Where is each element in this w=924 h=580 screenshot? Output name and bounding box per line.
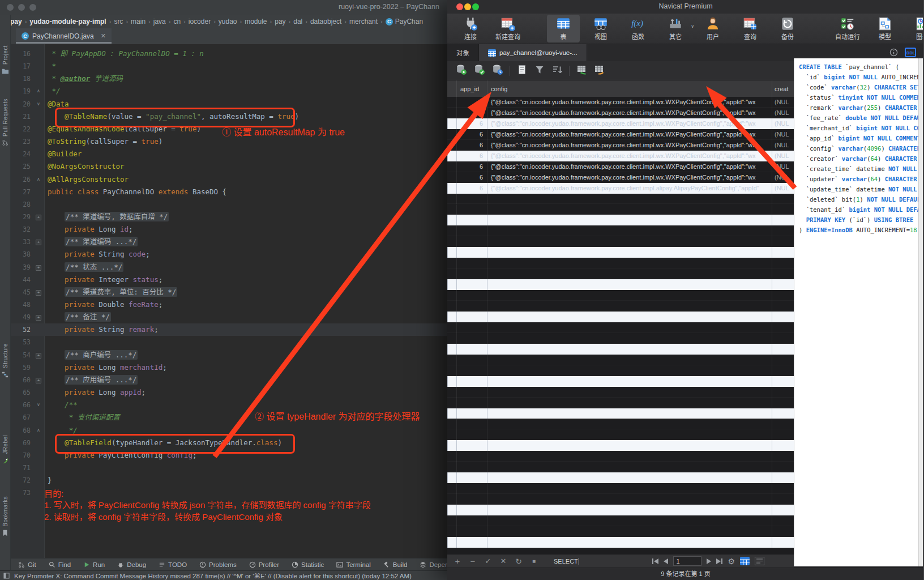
navicat-toolbar-新建查询[interactable]: 新建查询 [491, 15, 524, 42]
cell-config[interactable] [487, 429, 772, 440]
code-line[interactable]: 33+ /** 渠道编码 ...*/ [10, 236, 447, 248]
cell-config[interactable] [487, 194, 772, 204]
breadcrumb-item[interactable]: pay [275, 18, 285, 25]
cell-config[interactable] [487, 537, 772, 548]
first-page-button[interactable] [652, 558, 658, 564]
toolwindow-jrebel[interactable]: JRebel [0, 435, 10, 464]
cell-app-id[interactable] [456, 268, 487, 279]
row-selector[interactable] [447, 268, 456, 279]
cell-config[interactable]: {"@class":"cn.iocoder.yudao.framework.pa… [487, 97, 772, 108]
cell-config[interactable] [487, 408, 772, 419]
tool-button-terminal[interactable]: Terminal [336, 561, 370, 568]
cell-app-id[interactable] [456, 429, 487, 440]
cell-config[interactable] [487, 301, 772, 312]
grid-view-icon[interactable] [740, 557, 750, 565]
table-row[interactable] [447, 526, 794, 537]
cell-config[interactable]: {"@class":"cn.iocoder.yudao.framework.pa… [487, 183, 772, 194]
cell-create-time[interactable]: (NUL [772, 140, 794, 151]
cell-create-time[interactable] [772, 258, 794, 268]
row-selector[interactable] [447, 398, 456, 408]
cell-app-id[interactable] [456, 419, 487, 430]
toolwindow-structure[interactable]: Structure [0, 343, 10, 378]
fold-marker-icon[interactable]: + [36, 265, 41, 271]
cell-app-id[interactable] [456, 333, 487, 344]
table-row[interactable] [447, 365, 794, 376]
discard-changes-button[interactable]: ✕ [500, 557, 507, 565]
tool-button-find[interactable]: Find [49, 561, 71, 568]
row-selector[interactable] [447, 419, 456, 430]
navicat-toolbar-函数[interactable]: f(x)函数 [622, 15, 654, 42]
row-selector[interactable] [447, 247, 456, 258]
table-row[interactable] [447, 387, 794, 398]
cell-config[interactable] [487, 322, 772, 333]
cell-create-time[interactable] [772, 408, 794, 419]
cell-app-id[interactable] [456, 365, 487, 376]
tool-button-git[interactable]: Git [18, 561, 36, 568]
table-row[interactable] [447, 451, 794, 462]
row-selector[interactable] [447, 290, 456, 301]
fold-marker-icon[interactable]: ∨ [35, 399, 42, 411]
breadcrumb-item[interactable]: yudao-module-pay-impl [29, 18, 106, 25]
grid-export-icon[interactable] [593, 64, 605, 78]
cell-app-id[interactable] [456, 322, 487, 333]
cell-config[interactable] [487, 526, 772, 537]
cell-app-id[interactable] [456, 247, 487, 258]
cell-app-id[interactable] [456, 494, 487, 505]
code-line[interactable]: 66∨ /** [10, 399, 447, 411]
table-row[interactable]: 6{"@class":"cn.iocoder.yudao.framework.p… [447, 108, 794, 118]
db-play-icon[interactable] [455, 63, 467, 78]
code-line[interactable]: 39+ /** 状态 ...*/ [10, 261, 447, 274]
cell-config[interactable] [487, 494, 772, 505]
breadcrumb-item[interactable]: cn [173, 18, 181, 25]
row-selector[interactable] [447, 472, 456, 483]
cell-app-id[interactable] [456, 236, 487, 247]
cell-app-id[interactable] [456, 515, 487, 526]
table-row[interactable]: 6{"@class":"cn.iocoder.yudao.framework.p… [447, 151, 794, 161]
code-line[interactable]: 23@ToString(callSuper = true) [10, 135, 447, 148]
breadcrumb-item[interactable]: iocoder [189, 18, 211, 25]
cell-config[interactable] [487, 215, 772, 225]
cell-config[interactable] [487, 376, 772, 387]
code-line[interactable]: 17 * [10, 60, 447, 72]
code-line[interactable]: 45+ /** 渠道费率, 单位: 百分比 */ [10, 286, 447, 298]
cell-config[interactable]: {"@class":"cn.iocoder.yudao.framework.pa… [487, 140, 772, 151]
cell-create-time[interactable] [772, 312, 794, 322]
row-selector[interactable] [447, 194, 456, 204]
row-selector[interactable] [447, 172, 456, 183]
cell-config[interactable] [487, 355, 772, 365]
cell-app-id[interactable]: 6 [456, 118, 487, 129]
cell-config[interactable] [487, 268, 772, 279]
row-selector[interactable] [447, 151, 456, 161]
tool-button-run[interactable]: Run [83, 561, 105, 568]
last-page-button[interactable] [716, 558, 722, 564]
cell-app-id[interactable] [456, 225, 487, 236]
column-header-config[interactable]: config [487, 80, 772, 97]
cell-create-time[interactable] [772, 365, 794, 376]
cell-create-time[interactable] [772, 387, 794, 398]
code-line[interactable]: 70 private PayClientConfig config; [10, 449, 447, 462]
code-line[interactable]: 32 private Long id; [10, 223, 447, 236]
code-line[interactable]: 22@EqualsAndHashCode(callSuper = true) [10, 123, 447, 135]
navicat-toolbar-其它[interactable]: ∨其它 [659, 15, 692, 42]
cell-app-id[interactable] [456, 505, 487, 515]
table-row[interactable] [447, 515, 794, 526]
grid-import-icon[interactable] [576, 64, 587, 78]
cell-config[interactable] [487, 419, 772, 430]
table-row[interactable]: 6{"@class":"cn.iocoder.yudao.framework.p… [447, 118, 794, 129]
cell-create-time[interactable] [772, 194, 794, 204]
row-selector[interactable] [447, 365, 456, 376]
cell-config[interactable] [487, 462, 772, 472]
navicat-toolbar-查询[interactable]: 查询 [734, 15, 767, 42]
row-selector[interactable] [447, 161, 456, 172]
cell-create-time[interactable] [772, 215, 794, 225]
cell-app-id[interactable] [456, 215, 487, 225]
tab-objects[interactable]: 对象 [447, 44, 479, 61]
cell-create-time[interactable]: (NUL [772, 129, 794, 140]
row-selector[interactable] [447, 236, 456, 247]
cell-create-time[interactable] [772, 483, 794, 494]
cell-create-time[interactable]: (NUL [772, 151, 794, 161]
code-line[interactable]: 72} [10, 474, 447, 487]
cell-app-id[interactable] [456, 483, 487, 494]
table-row[interactable] [447, 279, 794, 290]
table-row[interactable] [447, 462, 794, 472]
